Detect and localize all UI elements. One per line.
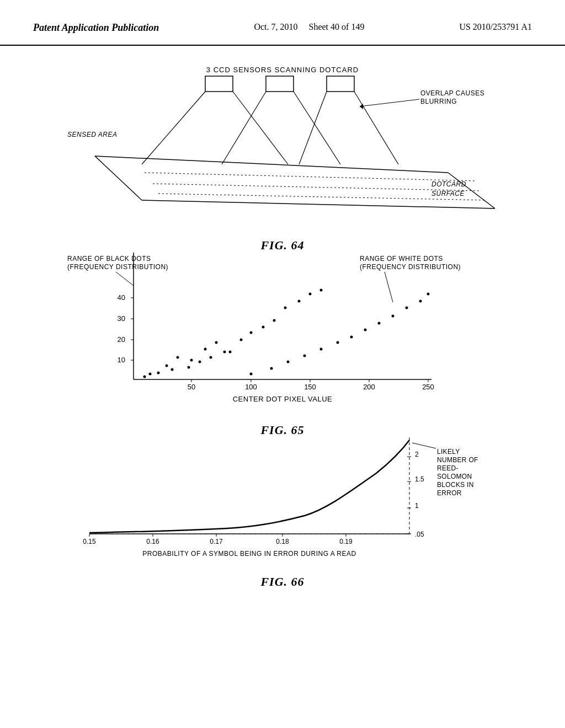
svg-point-62: [284, 307, 287, 309]
svg-text:50: 50: [188, 383, 195, 391]
svg-text:SENSED AREA: SENSED AREA: [67, 131, 117, 138]
fig66-container: 0.15 0.16 0.17 0.18 0.19 .05 1 1.5 2: [33, 426, 532, 570]
svg-point-83: [199, 361, 201, 363]
svg-line-8: [299, 92, 327, 164]
svg-text:1: 1: [415, 502, 419, 510]
svg-point-61: [273, 319, 276, 322]
svg-text:REED-: REED-: [437, 464, 459, 472]
svg-line-50: [385, 272, 393, 302]
svg-text:LIKELY: LIKELY: [437, 448, 460, 456]
svg-rect-2: [266, 76, 294, 92]
fig64-container: 3 CCD SENSORS SCANNING DOTCARD OVERLAP C…: [33, 62, 532, 233]
svg-line-7: [294, 92, 340, 164]
svg-point-65: [320, 289, 323, 292]
svg-point-53: [177, 356, 179, 359]
svg-point-80: [157, 372, 160, 374]
main-content: 3 CCD SENSORS SCANNING DOTCARD OVERLAP C…: [0, 46, 565, 586]
svg-point-52: [166, 365, 168, 367]
fig65-container: 10 20 30 40 50 100 150 200 250: [33, 242, 532, 418]
svg-text:OVERLAP CAUSES: OVERLAP CAUSES: [420, 89, 484, 97]
svg-point-72: [350, 336, 353, 339]
svg-line-16: [95, 156, 142, 200]
svg-text:BLOCKS IN: BLOCKS IN: [437, 481, 474, 489]
svg-rect-1: [205, 76, 233, 92]
patent-number: US 2010/253791 A1: [459, 22, 532, 32]
svg-text:RANGE OF WHITE DOTS: RANGE OF WHITE DOTS: [360, 255, 443, 263]
svg-point-76: [406, 307, 408, 309]
svg-text:0.17: 0.17: [210, 538, 223, 545]
svg-line-5: [233, 92, 288, 164]
svg-text:40: 40: [118, 293, 125, 302]
svg-marker-13: [360, 104, 363, 109]
svg-text:(FREQUENCY DISTRIBUTION): (FREQUENCY DISTRIBUTION): [67, 263, 168, 271]
svg-text:0.15: 0.15: [83, 538, 96, 545]
svg-text:1.5: 1.5: [415, 475, 424, 483]
svg-point-57: [229, 351, 232, 354]
svg-text:DOTCARD: DOTCARD: [431, 180, 466, 188]
svg-point-81: [171, 368, 174, 371]
svg-point-66: [250, 373, 253, 376]
svg-point-59: [250, 331, 253, 334]
svg-point-68: [287, 361, 290, 363]
date-sheet: Oct. 7, 2010 Sheet 40 of 149: [254, 22, 364, 32]
publication-date: Oct. 7, 2010: [254, 22, 297, 31]
svg-text:30: 30: [118, 314, 125, 323]
svg-text:0.19: 0.19: [339, 538, 353, 545]
svg-point-79: [143, 376, 146, 378]
fig66-title: FIG. 66: [33, 575, 532, 589]
svg-line-18: [142, 200, 495, 208]
svg-point-69: [303, 355, 306, 357]
svg-text:2: 2: [415, 451, 419, 458]
svg-text:0.18: 0.18: [276, 538, 289, 545]
svg-point-55: [204, 348, 207, 351]
svg-text:PROBABILITY OF A SYMBOL BEING : PROBABILITY OF A SYMBOL BEING IN ERROR D…: [142, 550, 356, 558]
svg-text:CENTER DOT PIXEL VALUE: CENTER DOT PIXEL VALUE: [233, 395, 333, 403]
svg-text:.05: .05: [415, 531, 424, 538]
svg-line-47: [116, 272, 134, 286]
svg-point-70: [320, 348, 323, 351]
svg-text:250: 250: [422, 383, 434, 391]
sheet-number: Sheet 40 of 149: [309, 22, 365, 31]
svg-point-78: [427, 293, 430, 296]
svg-line-114: [412, 443, 436, 448]
svg-point-85: [223, 351, 226, 354]
svg-text:100: 100: [245, 383, 257, 391]
svg-point-84: [210, 356, 212, 359]
svg-text:BLURRING: BLURRING: [420, 98, 457, 105]
svg-rect-3: [327, 76, 354, 92]
svg-point-74: [378, 322, 381, 325]
svg-point-73: [364, 329, 367, 331]
svg-text:ERROR: ERROR: [437, 489, 462, 497]
svg-point-54: [190, 359, 193, 362]
svg-point-77: [419, 300, 422, 303]
svg-text:NUMBER OF: NUMBER OF: [437, 456, 478, 464]
svg-text:10: 10: [118, 356, 125, 364]
svg-text:0.16: 0.16: [146, 538, 159, 545]
svg-point-51: [149, 373, 152, 376]
svg-point-82: [188, 366, 190, 369]
svg-point-71: [337, 341, 339, 344]
svg-line-6: [222, 92, 266, 164]
svg-text:3 CCD SENSORS SCANNING DOTCARD: 3 CCD SENSORS SCANNING DOTCARD: [206, 66, 359, 74]
svg-line-19: [145, 173, 476, 181]
fig64-svg: 3 CCD SENSORS SCANNING DOTCARD OVERLAP C…: [33, 62, 532, 233]
svg-point-60: [262, 326, 265, 329]
svg-point-75: [392, 315, 395, 318]
svg-text:150: 150: [304, 383, 316, 391]
svg-point-64: [309, 293, 312, 296]
svg-text:RANGE OF BLACK DOTS: RANGE OF BLACK DOTS: [67, 255, 151, 263]
svg-line-12: [360, 99, 419, 106]
svg-point-56: [215, 341, 218, 344]
svg-point-58: [240, 339, 243, 341]
svg-text:(FREQUENCY DISTRIBUTION): (FREQUENCY DISTRIBUTION): [360, 263, 461, 271]
svg-point-67: [270, 367, 273, 370]
svg-text:20: 20: [118, 335, 125, 344]
publication-label: Patent Application Publication: [33, 22, 159, 34]
svg-line-4: [142, 92, 205, 164]
svg-text:200: 200: [363, 383, 375, 391]
page-header: Patent Application Publication Oct. 7, 2…: [0, 0, 565, 46]
fig65-svg: 10 20 30 40 50 100 150 200 250: [33, 242, 532, 418]
fig66-svg: 0.15 0.16 0.17 0.18 0.19 .05 1 1.5 2: [33, 426, 532, 570]
svg-text:SOLOMON: SOLOMON: [437, 473, 472, 480]
svg-text:SURFACE: SURFACE: [431, 190, 465, 197]
